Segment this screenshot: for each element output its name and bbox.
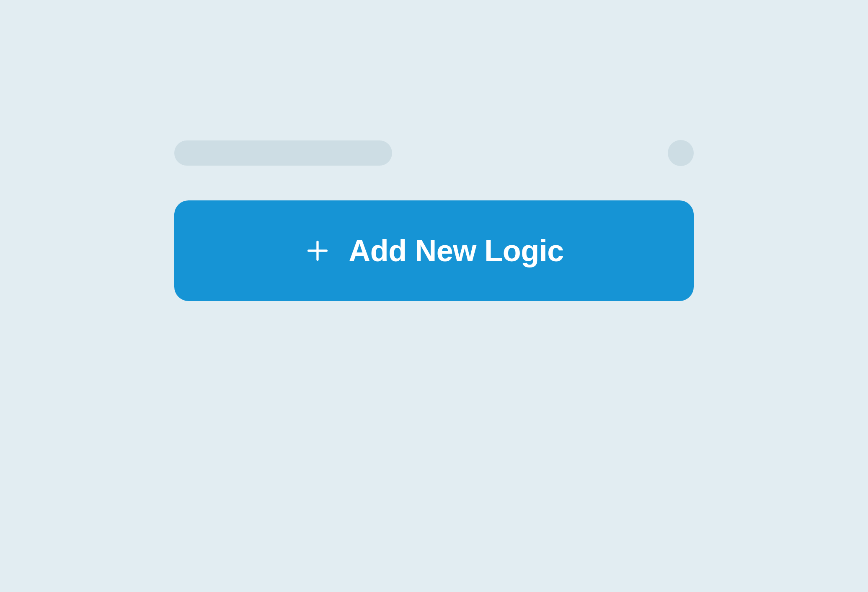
- plus-icon: [304, 237, 331, 264]
- add-button-label: Add New Logic: [349, 234, 564, 268]
- add-new-logic-button[interactable]: Add New Logic: [174, 200, 694, 301]
- skeleton-circle: [668, 140, 694, 166]
- content-container: Add New Logic: [174, 140, 694, 301]
- header-row: [174, 140, 694, 166]
- skeleton-bar: [174, 140, 392, 166]
